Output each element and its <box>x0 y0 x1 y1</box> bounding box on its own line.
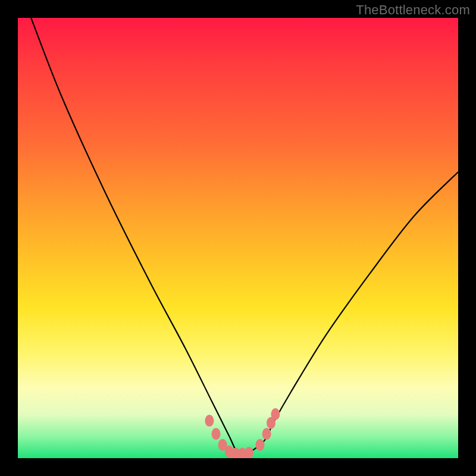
series-pink-beads <box>205 408 280 458</box>
pink-bead <box>245 447 253 458</box>
pink-bead <box>256 439 265 451</box>
chart-outer-frame: TheBottleneck.com <box>0 0 476 476</box>
pink-bead <box>271 408 280 420</box>
series-black-curve <box>31 18 458 456</box>
pink-bead <box>262 428 271 440</box>
chart-plot-area <box>18 18 458 458</box>
pink-bead <box>212 428 221 440</box>
watermark-text: TheBottleneck.com <box>356 2 470 18</box>
chart-svg <box>18 18 458 458</box>
pink-bead <box>205 415 214 427</box>
